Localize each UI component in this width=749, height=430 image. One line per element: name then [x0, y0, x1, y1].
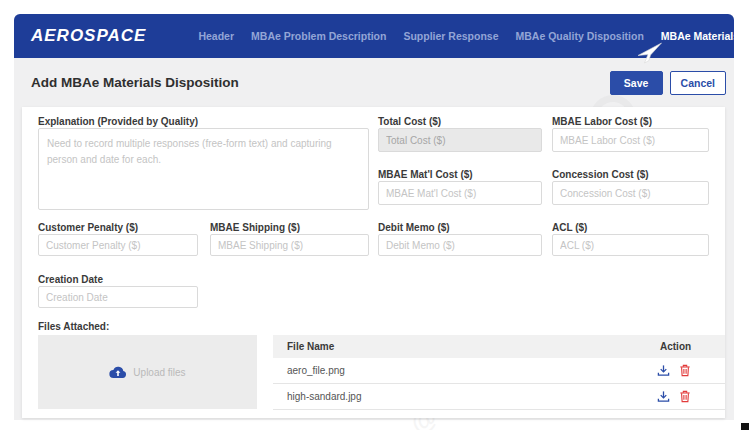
upload-files-label: Upload files: [133, 367, 185, 378]
explanation-textarea[interactable]: [38, 128, 369, 210]
file-name-header: File Name: [273, 341, 657, 352]
cancel-button[interactable]: Cancel: [670, 71, 726, 95]
app-header: AEROSPACE Header MBAe Problem Descriptio…: [14, 14, 734, 58]
upload-dropzone[interactable]: Upload files: [38, 335, 257, 409]
mbae-matl-cost-label: MBAE Mat'l Cost ($): [378, 169, 473, 180]
creation-date-label: Creation Date: [38, 274, 103, 285]
concession-cost-label: Concession Cost ($): [552, 169, 649, 180]
file-name-cell: aero_file.png: [273, 365, 657, 376]
debit-memo-label: Debit Memo ($): [378, 222, 450, 233]
explanation-label: Explanation (Provided by Quality): [38, 116, 198, 127]
corner-artifact: [741, 423, 749, 430]
download-icon[interactable]: [657, 390, 670, 403]
toolbar: Add MBAe Materials Disposition Save Canc…: [14, 58, 734, 107]
cloud-upload-icon: [109, 366, 127, 379]
nav-item-materials-disposition[interactable]: MBAe Materials Disposition: [661, 30, 749, 42]
download-icon[interactable]: [657, 364, 670, 377]
creation-date-input[interactable]: [38, 286, 198, 308]
page: @digitalabs @digitalabs AEROSPACE Header…: [0, 0, 749, 430]
debit-memo-input[interactable]: [378, 234, 542, 256]
action-header: Action: [657, 341, 725, 352]
nav-item-problem-description[interactable]: MBAe Problem Description: [251, 30, 386, 42]
trash-icon[interactable]: [679, 390, 691, 403]
files-table-header: File Name Action: [273, 335, 725, 358]
customer-penalty-label: Customer Penalty ($): [38, 222, 138, 233]
customer-penalty-input[interactable]: [38, 234, 198, 256]
trash-icon[interactable]: [679, 364, 691, 377]
brand-logo: AEROSPACE: [31, 26, 146, 46]
nav-item-header[interactable]: Header: [198, 30, 234, 42]
form-card: Explanation (Provided by Quality) Total …: [22, 107, 725, 418]
files-attached-label: Files Attached:: [38, 321, 109, 332]
total-cost-input: [378, 128, 542, 152]
mbae-shipping-input[interactable]: [210, 234, 369, 256]
total-cost-label: Total Cost ($): [378, 116, 441, 127]
table-row: high-sandard.jpg: [273, 384, 725, 410]
save-button[interactable]: Save: [610, 71, 663, 95]
mbae-labor-cost-label: MBAE Labor Cost ($): [552, 116, 652, 127]
acl-label: ACL ($): [552, 222, 587, 233]
acl-input[interactable]: [552, 234, 709, 256]
nav-item-quality-disposition[interactable]: MBAe Quality Disposition: [516, 30, 644, 42]
files-table: File Name Action aero_file.png: [273, 335, 725, 410]
nav-item-supplier-response[interactable]: Supplier Response: [403, 30, 498, 42]
mbae-matl-cost-input[interactable]: [378, 181, 542, 205]
top-nav: Header MBAe Problem Description Supplier…: [198, 30, 749, 42]
mbae-labor-cost-input[interactable]: [552, 128, 709, 152]
mbae-shipping-label: MBAE Shipping ($): [210, 222, 300, 233]
concession-cost-input[interactable]: [552, 181, 709, 205]
page-title: Add MBAe Materials Disposition: [31, 75, 239, 90]
file-name-cell: high-sandard.jpg: [273, 391, 657, 402]
table-row: aero_file.png: [273, 358, 725, 384]
